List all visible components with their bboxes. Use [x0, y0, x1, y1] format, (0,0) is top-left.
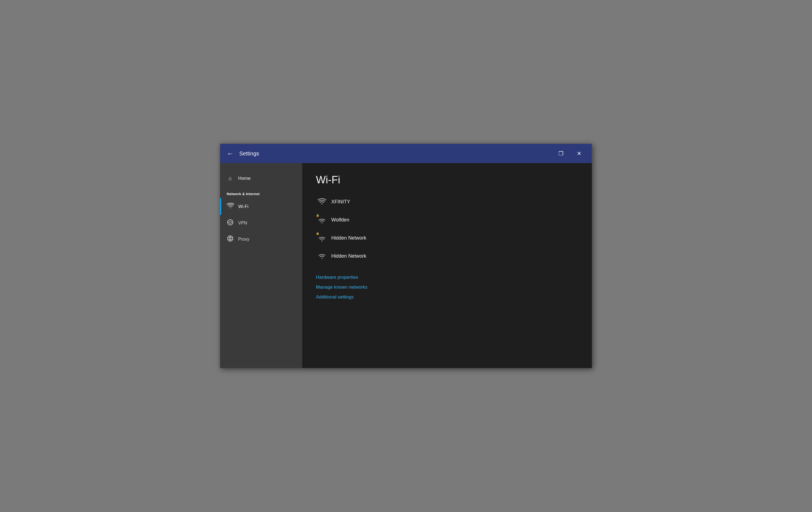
network-item-hidden-2[interactable]: Hidden Network — [316, 248, 578, 264]
restore-button[interactable]: ❐ — [555, 147, 567, 160]
links-section: Hardware properties Manage known network… — [316, 275, 578, 300]
sidebar-item-proxy[interactable]: Proxy — [220, 231, 302, 247]
additional-settings-link[interactable]: Additional settings — [316, 294, 578, 300]
network-list: XFINITY 🔒 Wolfden — [316, 194, 578, 264]
back-button[interactable]: ← — [227, 150, 234, 158]
sidebar-item-vpn[interactable]: VPN — [220, 215, 302, 231]
home-icon: ⌂ — [227, 175, 234, 182]
network-item-xfinity[interactable]: XFINITY — [316, 194, 578, 209]
titlebar: ← Settings ❐ ✕ — [220, 144, 592, 163]
hardware-properties-link[interactable]: Hardware properties — [316, 275, 578, 280]
globe-icon — [227, 235, 234, 243]
svg-point-5 — [228, 236, 233, 241]
main-content: Wi-Fi XFINITY — [302, 163, 592, 368]
network-item-wolfden[interactable]: 🔒 Wolfden — [316, 212, 578, 227]
wifi-label: Wi-Fi — [238, 204, 248, 209]
svg-point-8 — [321, 204, 322, 205]
network-name-hidden-1: Hidden Network — [331, 235, 366, 241]
svg-point-0 — [230, 207, 231, 208]
wifi-nav-icon — [227, 202, 234, 211]
settings-window: ← Settings ❐ ✕ ⌂ Home Network & Internet — [220, 144, 592, 368]
vpn-label: VPN — [238, 221, 247, 225]
sidebar-section-header: Network & Internet — [220, 185, 302, 198]
titlebar-title: Settings — [239, 151, 555, 157]
vpn-icon — [227, 219, 234, 227]
network-name-hidden-2: Hidden Network — [331, 253, 366, 259]
svg-point-10 — [321, 240, 322, 241]
wifi-signal-icon-hidden-1: 🔒 — [317, 233, 327, 243]
svg-point-9 — [321, 222, 322, 223]
close-button[interactable]: ✕ — [573, 147, 585, 160]
home-label: Home — [238, 176, 251, 181]
network-name-xfinity: XFINITY — [331, 199, 350, 205]
sidebar: ⌂ Home Network & Internet Wi-Fi — [220, 163, 302, 368]
wifi-signal-icon-hidden-2 — [317, 251, 327, 261]
lock-icon-hidden-1: 🔒 — [316, 232, 319, 235]
proxy-label: Proxy — [238, 237, 250, 242]
page-title: Wi-Fi — [316, 174, 578, 186]
wifi-signal-icon-wolfden: 🔒 — [317, 215, 327, 225]
network-item-hidden-1[interactable]: 🔒 Hidden Network — [316, 230, 578, 246]
sidebar-item-wifi[interactable]: Wi-Fi — [220, 198, 302, 215]
lock-icon-wolfden: 🔒 — [316, 214, 319, 217]
svg-point-11 — [321, 258, 322, 259]
manage-known-networks-link[interactable]: Manage known networks — [316, 285, 578, 290]
network-name-wolfden: Wolfden — [331, 217, 349, 223]
wifi-signal-icon-xfinity — [317, 197, 327, 207]
titlebar-controls: ❐ ✕ — [555, 147, 585, 160]
svg-point-2 — [229, 221, 232, 224]
sidebar-item-home[interactable]: ⌂ Home — [220, 171, 302, 185]
content-area: ⌂ Home Network & Internet Wi-Fi — [220, 163, 592, 368]
